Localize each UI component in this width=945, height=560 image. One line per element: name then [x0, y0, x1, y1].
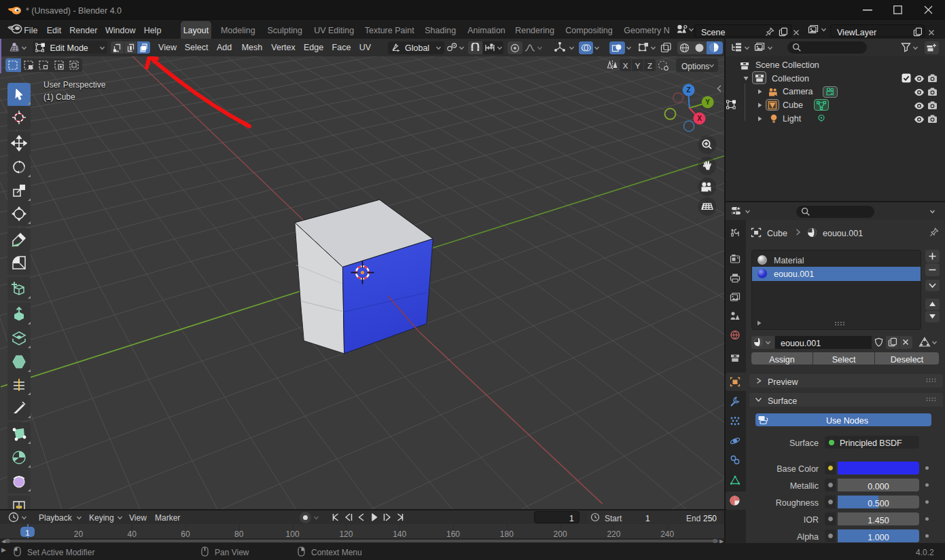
svg-text:Z: Z [687, 86, 691, 94]
svg-text:X: X [697, 115, 702, 122]
svg-text:Y: Y [705, 98, 710, 106]
